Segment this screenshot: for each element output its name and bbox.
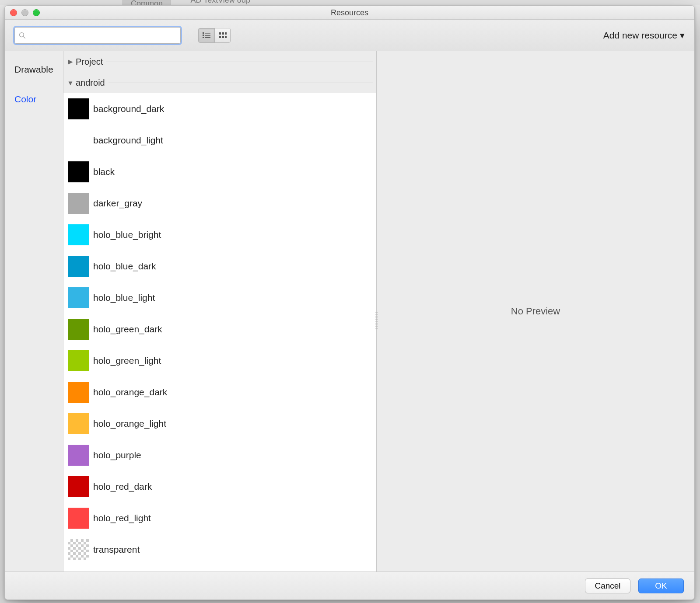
- resource-item-holo_red_dark[interactable]: holo_red_dark: [63, 471, 376, 502]
- dialog-toolbar: Add new resource ▾: [5, 20, 694, 51]
- svg-rect-9: [222, 32, 224, 35]
- color-swatch: [68, 508, 89, 529]
- grid-view-button[interactable]: [214, 28, 230, 42]
- svg-rect-5: [205, 35, 210, 36]
- preview-text: No Preview: [511, 306, 560, 317]
- list-view-button[interactable]: [199, 28, 214, 42]
- section-header-android[interactable]: ▼ android: [63, 72, 376, 93]
- resource-item-holo_green_light[interactable]: holo_green_light: [63, 345, 376, 376]
- resource-item-holo_red_light[interactable]: holo_red_light: [63, 502, 376, 534]
- svg-rect-12: [222, 36, 224, 38]
- svg-rect-2: [203, 32, 204, 34]
- dialog-footer: Cancel OK: [5, 572, 694, 600]
- resource-name-label: holo_orange_dark: [93, 387, 167, 397]
- color-swatch: [68, 224, 89, 245]
- add-new-resource-dropdown[interactable]: Add new resource ▾: [603, 30, 685, 41]
- disclosure-right-icon: ▶: [67, 58, 74, 66]
- sidebar-item-label: Drawable: [14, 64, 53, 74]
- window-title: Resources: [331, 8, 368, 17]
- resource-name-label: holo_blue_light: [93, 293, 155, 303]
- resource-name-label: holo_green_light: [93, 356, 161, 366]
- color-swatch: [68, 445, 89, 466]
- svg-rect-11: [219, 36, 221, 38]
- resources-dialog: Resources: [4, 5, 695, 600]
- disclosure-down-icon: ▼: [67, 79, 74, 87]
- sidebar-item-color[interactable]: Color: [5, 91, 63, 107]
- splitter-handle[interactable]: [375, 311, 378, 329]
- section-rule: [108, 83, 373, 83]
- resource-item-holo_orange_dark[interactable]: holo_orange_dark: [63, 376, 376, 408]
- button-label: Cancel: [595, 581, 620, 590]
- svg-rect-10: [225, 32, 227, 35]
- resource-name-label: holo_red_dark: [93, 481, 152, 492]
- resource-name-label: holo_orange_light: [93, 418, 166, 429]
- chevron-down-icon: ▾: [680, 30, 685, 41]
- svg-line-1: [23, 36, 25, 38]
- resource-name-label: holo_blue_bright: [93, 230, 161, 240]
- color-swatch: [68, 256, 89, 277]
- section-rule: [106, 62, 373, 62]
- color-swatch: [68, 287, 89, 308]
- resource-name-label: black: [93, 167, 115, 177]
- titlebar[interactable]: Resources: [5, 6, 694, 20]
- color-swatch: [68, 413, 89, 434]
- cancel-button[interactable]: Cancel: [585, 579, 630, 593]
- resource-name-label: background_dark: [93, 104, 164, 114]
- resource-item-black[interactable]: black: [63, 156, 376, 188]
- search-field-wrap[interactable]: [14, 27, 181, 44]
- category-sidebar: Drawable Color: [5, 51, 63, 572]
- resource-name-label: background_light: [93, 135, 163, 146]
- svg-rect-4: [203, 35, 204, 36]
- background-toolbar: Common AD TextView 8dp: [0, 0, 700, 5]
- close-window-button[interactable]: [10, 9, 17, 16]
- color-swatch: [68, 476, 89, 497]
- sidebar-item-label: Color: [14, 94, 36, 104]
- search-icon: [18, 31, 26, 39]
- svg-rect-13: [225, 36, 227, 38]
- search-input[interactable]: [26, 28, 177, 43]
- view-mode-toggle: [198, 28, 231, 43]
- bg-text: AD TextView 8dp: [190, 0, 250, 5]
- color-swatch: [68, 319, 89, 340]
- resource-name-label: holo_purple: [93, 450, 141, 460]
- resource-list-panel: ▶ Project ▼ android background_darkbackg…: [63, 51, 377, 572]
- resource-name-label: transparent: [93, 544, 140, 555]
- svg-point-0: [20, 32, 24, 37]
- list-icon: [203, 32, 210, 38]
- bg-tab-common: Common: [122, 0, 171, 5]
- sidebar-item-drawable[interactable]: Drawable: [5, 62, 63, 77]
- color-swatch: [68, 98, 89, 119]
- resource-name-label: holo_blue_dark: [93, 261, 156, 272]
- color-swatch: [68, 193, 89, 214]
- resource-item-holo_orange_light[interactable]: holo_orange_light: [63, 408, 376, 439]
- resource-item-holo_blue_light[interactable]: holo_blue_light: [63, 282, 376, 314]
- resource-item-background_light[interactable]: background_light: [63, 125, 376, 156]
- resource-item-transparent[interactable]: transparent: [63, 534, 376, 565]
- resource-name-label: holo_red_light: [93, 513, 151, 523]
- color-swatch: [68, 382, 89, 403]
- section-label: android: [76, 78, 105, 88]
- resource-item-darker_gray[interactable]: darker_gray: [63, 188, 376, 219]
- resource-list[interactable]: background_darkbackground_lightblackdark…: [63, 93, 376, 572]
- svg-rect-7: [205, 37, 210, 38]
- window-controls: [10, 9, 40, 16]
- svg-rect-8: [219, 32, 221, 35]
- minimize-window-button[interactable]: [21, 9, 28, 16]
- ok-button[interactable]: OK: [638, 579, 684, 593]
- section-label: Project: [76, 57, 103, 67]
- resource-item-holo_green_dark[interactable]: holo_green_dark: [63, 314, 376, 345]
- color-swatch: [68, 130, 89, 151]
- resource-item-holo_blue_bright[interactable]: holo_blue_bright: [63, 219, 376, 251]
- resource-item-holo_blue_dark[interactable]: holo_blue_dark: [63, 251, 376, 282]
- color-swatch: [68, 161, 89, 182]
- button-label: OK: [655, 581, 667, 590]
- resource-name-label: holo_green_dark: [93, 324, 162, 335]
- color-swatch: [68, 539, 89, 560]
- preview-panel: No Preview: [377, 51, 694, 572]
- resource-item-holo_purple[interactable]: holo_purple: [63, 439, 376, 471]
- svg-rect-3: [205, 33, 210, 34]
- resource-item-background_dark[interactable]: background_dark: [63, 93, 376, 125]
- section-header-project[interactable]: ▶ Project: [63, 51, 376, 72]
- grid-icon: [219, 32, 227, 38]
- zoom-window-button[interactable]: [33, 9, 40, 16]
